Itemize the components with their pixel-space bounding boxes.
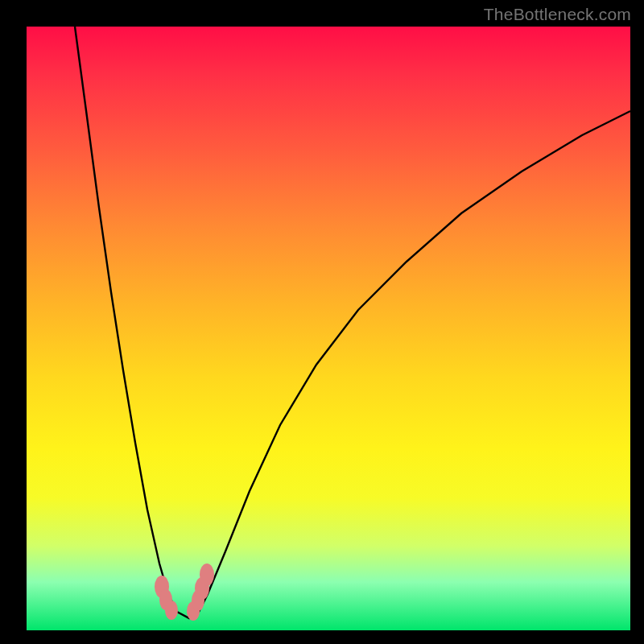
chart-container: TheBottleneck.com [0, 0, 644, 644]
curve-layer [27, 27, 630, 630]
attribution-label: TheBottleneck.com [484, 5, 631, 24]
marker-dot [200, 564, 214, 586]
plot-area [27, 27, 630, 630]
optimum-markers [155, 564, 214, 621]
bottleneck-curve [75, 27, 630, 618]
marker-dot [165, 601, 178, 620]
